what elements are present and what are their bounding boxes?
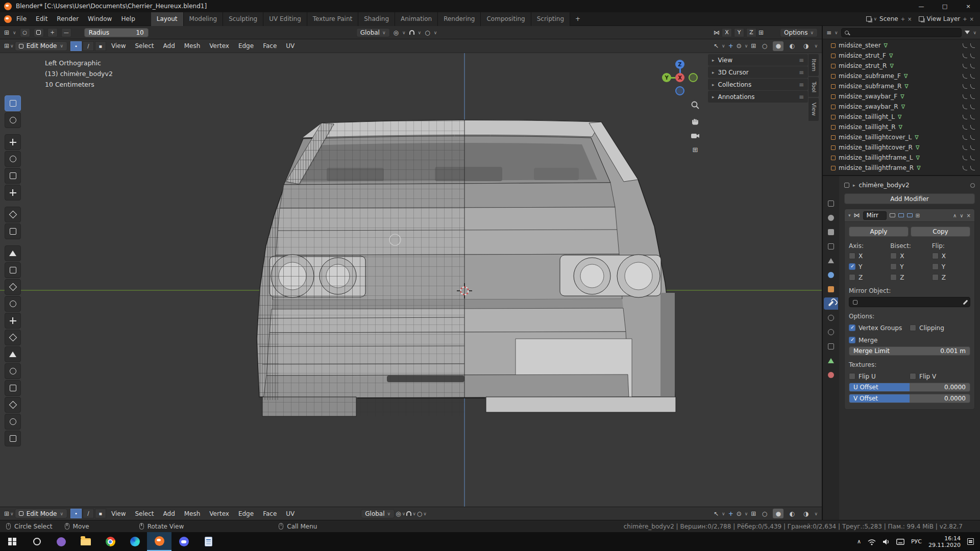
copy-button[interactable]: Copy	[911, 227, 970, 237]
tab-animation[interactable]: Animation	[395, 12, 438, 26]
panel-collections[interactable]: ▸ Collections ≡	[708, 79, 808, 90]
menu-view[interactable]: View	[107, 42, 130, 49]
menu-select[interactable]: Select	[131, 42, 158, 49]
vertex-select-button[interactable]: ∙	[70, 41, 82, 51]
editor-type-icon[interactable]: ≡	[826, 29, 831, 36]
menu-face[interactable]: Face	[259, 42, 281, 49]
tab-modifiers[interactable]	[824, 297, 838, 310]
gizmo-toggle-icon[interactable]: +	[728, 510, 733, 517]
tool-poly-build[interactable]	[5, 346, 21, 362]
select-mode-subtract-button[interactable]: —	[61, 28, 71, 37]
new-view-layer-icon[interactable]: +	[963, 16, 967, 22]
outliner-row[interactable]: midsize_steer∇	[823, 40, 980, 51]
taskbar-blender[interactable]	[147, 532, 172, 551]
close-button[interactable]: ×	[957, 0, 980, 12]
object-visibility-icon[interactable]: ↖	[714, 510, 719, 517]
tool-shear[interactable]	[5, 431, 21, 446]
unlink-scene-icon[interactable]: ×	[908, 16, 912, 22]
tray-expand-icon[interactable]: ∧	[857, 538, 861, 545]
flip-u-checkbox[interactable]: Flip U	[849, 372, 910, 381]
flip-z-checkbox[interactable]: Z	[932, 273, 970, 282]
axis-y-checkbox[interactable]: Y	[849, 262, 887, 271]
checkbox-checked[interactable]	[849, 263, 855, 270]
visibility-toggle-icon[interactable]	[970, 84, 975, 89]
selectable-toggle-icon[interactable]	[963, 125, 967, 130]
tab-compositing[interactable]: Compositing	[481, 12, 531, 26]
clipping-checkbox[interactable]: Clipping	[910, 323, 970, 332]
checkbox[interactable]	[849, 274, 855, 281]
proportional-editing-icon[interactable]: ○	[417, 510, 422, 517]
checkbox[interactable]	[890, 253, 897, 259]
tool-shrink-fatten[interactable]	[5, 414, 21, 430]
display-editmode-icon[interactable]	[907, 213, 913, 217]
visibility-toggle-icon[interactable]	[970, 166, 975, 170]
tool-move[interactable]	[5, 134, 21, 150]
selectable-toggle-icon[interactable]	[963, 74, 967, 79]
menu-select[interactable]: Select	[131, 510, 158, 517]
gizmo-y-axis[interactable]: Y	[662, 73, 671, 82]
move-down-icon[interactable]: ∨	[960, 213, 963, 218]
flip-v-checkbox[interactable]: Flip V	[910, 372, 970, 381]
taskbar-search-button[interactable]	[24, 532, 49, 551]
tool-knife[interactable]	[5, 330, 21, 345]
selectable-toggle-icon[interactable]	[963, 115, 967, 119]
selectable-toggle-icon[interactable]	[963, 94, 967, 99]
visibility-toggle-icon[interactable]	[970, 145, 975, 150]
overlays-toggle-icon[interactable]: ⊙	[737, 510, 742, 517]
taskbar-app-purple[interactable]	[49, 532, 74, 551]
tool-loop-cut[interactable]	[5, 313, 21, 329]
object-visibility-icon[interactable]: ↖	[714, 42, 719, 49]
menu-uv[interactable]: UV	[282, 510, 299, 517]
flip-y-checkbox[interactable]: Y	[932, 262, 970, 271]
zoom-icon[interactable]	[691, 101, 700, 110]
selectable-toggle-icon[interactable]	[963, 84, 967, 89]
v-offset-slider[interactable]: V Offset 0.0000	[849, 394, 970, 403]
checkbox[interactable]	[932, 274, 939, 281]
panel-annotations[interactable]: ▸ Annotations ≡	[708, 91, 808, 103]
menu-render[interactable]: Render	[52, 12, 83, 26]
panel-3d-cursor[interactable]: ▸ 3D Cursor ≡	[708, 66, 808, 78]
outliner-row[interactable]: midsize_taillight_L∇	[823, 112, 980, 122]
tool-measure[interactable]	[5, 223, 21, 239]
tab-scripting[interactable]: Scripting	[531, 12, 570, 26]
menu-uv[interactable]: UV	[282, 42, 299, 49]
tool-annotate[interactable]	[5, 207, 21, 222]
bisect-z-checkbox[interactable]: Z	[890, 273, 928, 282]
tab-material[interactable]	[824, 369, 838, 381]
options-dropdown[interactable]: Options ∨	[780, 28, 818, 37]
outliner-row[interactable]: midsize_taillightcover_L∇	[823, 132, 980, 142]
mode-dropdown[interactable]: Edit Mode ∨	[15, 41, 67, 51]
tab-view-layer[interactable]	[824, 240, 838, 253]
add-workspace-button[interactable]: +	[570, 12, 585, 26]
face-select-button[interactable]: ▪	[95, 509, 106, 518]
apply-button[interactable]: Apply	[849, 227, 909, 237]
tool-select-box[interactable]	[5, 95, 21, 111]
outliner-row[interactable]: midsize_taillight_R∇	[823, 122, 980, 132]
gizmo-z-neg-axis[interactable]	[675, 86, 684, 95]
visibility-toggle-icon[interactable]	[970, 94, 975, 99]
visibility-toggle-icon[interactable]	[970, 43, 975, 48]
tab-object[interactable]	[824, 283, 838, 295]
tab-particles[interactable]	[824, 312, 838, 324]
tool-smooth[interactable]	[5, 380, 21, 396]
tab-constraints[interactable]	[824, 340, 838, 353]
outliner-row[interactable]: midsize_subframe_F∇	[823, 71, 980, 81]
outliner-row[interactable]: midsize_strut_R∇	[823, 61, 980, 71]
menu-add[interactable]: Add	[159, 510, 179, 517]
vertex-groups-checkbox[interactable]: Vertex Groups	[849, 323, 910, 332]
taskbar-clock[interactable]: 16:14 29.11.2020	[928, 535, 961, 548]
visibility-toggle-icon[interactable]	[970, 135, 975, 140]
orientation-dropdown[interactable]: Global ∨	[361, 509, 395, 518]
delete-modifier-icon[interactable]: ×	[967, 213, 971, 218]
menu-vertex[interactable]: Vertex	[205, 510, 233, 517]
xray-toggle-icon[interactable]: ⊞	[751, 510, 756, 517]
checkbox[interactable]	[890, 263, 897, 270]
selectable-toggle-icon[interactable]	[963, 105, 967, 109]
select-mode-set-button[interactable]	[34, 28, 44, 37]
visibility-toggle-icon[interactable]	[970, 74, 975, 79]
tab-output[interactable]	[824, 226, 838, 238]
menu-view[interactable]: View	[107, 510, 130, 517]
shading-rendered-button[interactable]: ◑	[800, 41, 811, 51]
app-menu-icon[interactable]	[4, 15, 12, 23]
camera-view-icon[interactable]	[691, 132, 700, 139]
